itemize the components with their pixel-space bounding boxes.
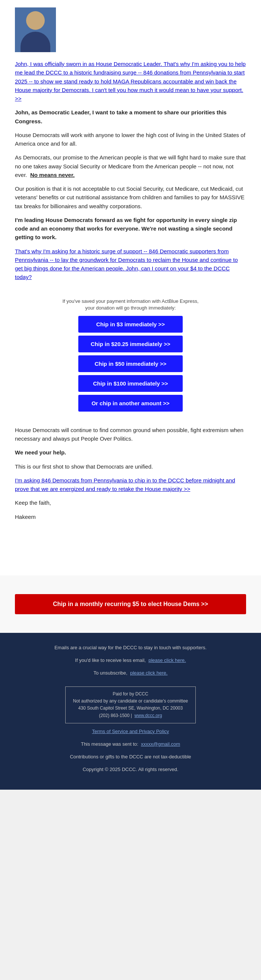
sent-to-email[interactable]: xxxxx@gmail.com (141, 741, 180, 747)
dccc-website-link[interactable]: www.dccc.org (135, 713, 162, 718)
monthly-recurring-button[interactable]: Chip in a monthly recurring $5 to elect … (15, 594, 246, 614)
footer-copyright: Copyright © 2025 DCCC. All rights reserv… (15, 766, 246, 773)
footer-cta-section: Chip in a monthly recurring $5 to elect … (0, 576, 261, 633)
unsubscribe-link[interactable]: please click here. (130, 670, 167, 676)
sign-off-1-text: Keep the faith, (15, 500, 51, 506)
no-means-never: No means never. (30, 172, 75, 178)
donation-note: If you've saved your payment information… (15, 298, 246, 312)
paragraph-2: House Democrats will work with anyone to… (15, 131, 246, 148)
footer-sent-to: This message was sent to: xxxxx@gmail.co… (15, 740, 246, 748)
chip-3-button[interactable]: Chip in $3 immediately >> (78, 316, 183, 332)
paragraph-1-text: John, as Democratic Leader, I want to ta… (15, 109, 227, 124)
intro-link-paragraph: John, I was officially sworn in as House… (15, 60, 246, 103)
intro-link[interactable]: John, I was officially sworn in as House… (15, 61, 246, 102)
sign-off-2-text: Hakeem (15, 514, 36, 520)
footer-terms: Terms of Service and Privacy Policy (15, 728, 246, 735)
header-area (0, 0, 261, 56)
profile-image (15, 8, 56, 52)
paragraph-10: I'm asking 846 Democrats from Pennsylvan… (15, 476, 246, 493)
main-content: John, I was officially sworn in as House… (0, 56, 261, 294)
chip-50-button[interactable]: Chip in $50 immediately >> (78, 355, 183, 372)
footer-unsubscribe-text: To unsubscribe, (94, 670, 128, 676)
paragraph-8: We need your help. (15, 448, 246, 457)
donation-note-line2: your donation will go through immediatel… (85, 305, 176, 311)
paragraph-4: Our position is that it is not acceptabl… (15, 185, 246, 210)
sent-to-text: This message was sent to: (81, 741, 138, 747)
paragraph-4-text: Our position is that it is not acceptabl… (15, 186, 245, 209)
donation-note-line1: If you've saved your payment information… (62, 298, 199, 304)
paragraph-8-text: We need your help. (15, 449, 66, 455)
terms-link[interactable]: Terms of Service and Privacy Policy (92, 729, 169, 734)
paid-line4: (202) 863-1500 | www.dccc.org (73, 712, 188, 719)
person-body (21, 32, 50, 52)
person-head (26, 11, 45, 30)
donation-section: If you've saved your payment information… (0, 294, 261, 422)
846-link[interactable]: I'm asking 846 Democrats from Pennsylvan… (15, 477, 235, 492)
footer-line2: If you'd like to receive less email, ple… (15, 657, 246, 664)
paragraph-6: That's why I'm asking for a historic sur… (15, 247, 246, 282)
paid-phone: (202) 863-1500 | (99, 713, 132, 718)
paid-line3: 430 South Capitol Street SE, Washington,… (73, 705, 188, 712)
paragraph-7-text: House Democrats will continue to find co… (15, 427, 243, 442)
paragraph-9-text: This is our first shot to show that Demo… (15, 463, 153, 470)
chip-100-button[interactable]: Chip in $100 immediately >> (78, 375, 183, 392)
paragraph-5-text: I'm leading House Democrats forward as w… (15, 217, 237, 240)
surge-link[interactable]: That's why I'm asking for a historic sur… (15, 248, 238, 280)
footer-line1: Emails are a crucial way for the DCCC to… (15, 644, 246, 651)
chip-other-button[interactable]: Or chip in another amount >> (78, 395, 183, 412)
footer-line3: To unsubscribe, please click here. (15, 669, 246, 677)
paid-line2: Not authorized by any candidate or candi… (73, 698, 188, 705)
sign-off-1: Keep the faith, (15, 498, 246, 507)
post-donation-content: House Democrats will continue to find co… (0, 422, 261, 576)
paragraph-3: As Democrats, our promise to the America… (15, 153, 246, 179)
less-email-link[interactable]: please click here. (148, 657, 186, 663)
paragraph-7: House Democrats will continue to find co… (15, 426, 246, 443)
footer-bottom: Emails are a crucial way for the DCCC to… (0, 633, 261, 790)
paid-for-box: Paid for by DCCC Not authorized by any c… (65, 686, 196, 723)
sign-off-2: Hakeem (15, 512, 246, 521)
paid-line1: Paid for by DCCC (73, 690, 188, 698)
footer-less-email-text: If you'd like to receive less email, (75, 657, 146, 663)
footer-contributions: Contributions or gifts to the DCCC are n… (15, 753, 246, 760)
email-container: John, I was officially sworn in as House… (0, 0, 261, 790)
paragraph-5: I'm leading House Democrats forward as w… (15, 216, 246, 242)
paragraph-2-text: House Democrats will work with anyone to… (15, 132, 245, 147)
paragraph-1: John, as Democratic Leader, I want to ta… (15, 108, 246, 126)
paragraph-9: This is our first shot to show that Demo… (15, 462, 246, 471)
chip-20-button[interactable]: Chip in $20.25 immediately >> (78, 336, 183, 352)
